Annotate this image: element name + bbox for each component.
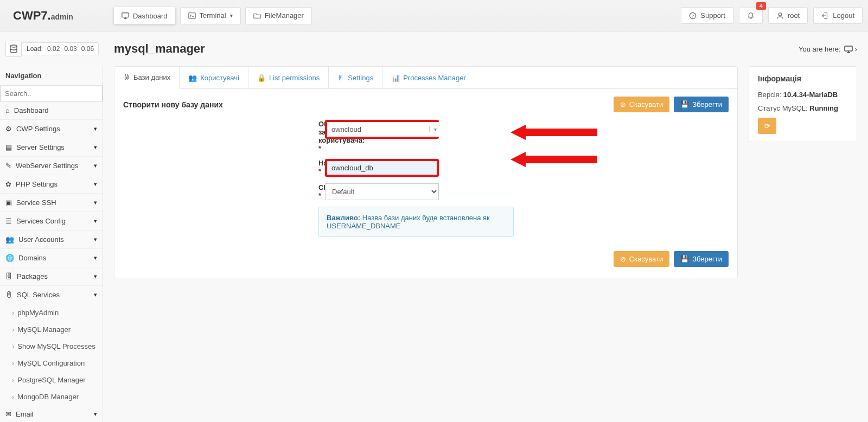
annotation-arrow — [510, 152, 597, 167]
chevron-right-icon: › — [855, 45, 857, 53]
info-status: Статус MySQL: Running — [758, 104, 848, 112]
info-version: Версія: 10.4.34-MariaDB — [758, 91, 848, 99]
nav-dashboard[interactable]: ⌂Dashboard — [0, 101, 103, 120]
form-header: Створити нову базу даних ⊘Скасувати 💾Збе… — [123, 97, 729, 112]
svg-point-4 — [778, 12, 781, 15]
nav-services-config[interactable]: ☰Services Config▾ — [0, 212, 103, 231]
nav-user-accounts[interactable]: 👥User Accounts▾ — [0, 231, 103, 249]
load-indicator: Load: 0.02 0.03 0.06 — [22, 42, 99, 55]
nav-label: PHP Settings — [16, 180, 58, 188]
account-value: owncloud — [331, 125, 361, 133]
required-icon: * — [318, 144, 321, 152]
users-icon: 👥 — [188, 74, 197, 82]
nav-label: SQL Services — [17, 291, 60, 299]
nav-webserver-settings[interactable]: ✎WebServer Settings▾ — [0, 157, 103, 175]
cogs-icon: ⚙ — [5, 125, 12, 133]
caret-down-icon: ▾ — [230, 12, 233, 18]
chevron-down-icon: ▾ — [94, 162, 97, 169]
chevron-down-icon: ▾ — [94, 218, 97, 225]
terminal-button[interactable]: Terminal ▾ — [180, 7, 241, 24]
nav-packages[interactable]: 🗄Packages▾ — [0, 267, 103, 286]
tab-list-permissions[interactable]: 🔒List permissions — [248, 67, 329, 88]
save-icon: 💾 — [680, 255, 689, 263]
required-icon: * — [318, 167, 321, 175]
users-icon: 👥 — [5, 235, 14, 244]
save-label: Зберегти — [692, 100, 722, 108]
nav-sub-postgresql-manager[interactable]: PostgreSQL Manager — [0, 372, 103, 388]
database-icon: 🛢 — [5, 291, 12, 299]
form-footer-buttons: ⊘Скасувати 💾Зберегти — [123, 237, 729, 267]
top-right-buttons: ? Support 4 root Logout — [681, 7, 863, 24]
tab-databases[interactable]: 🛢Бази даних — [114, 67, 180, 89]
dbname-input[interactable] — [327, 161, 437, 175]
version-label: Версія: — [758, 91, 783, 99]
notifications-button[interactable] — [739, 8, 763, 24]
question-icon: ? — [689, 12, 697, 20]
nav-sql-services[interactable]: 🛢SQL Services▾ — [0, 286, 103, 304]
nav-sub-mysql-manager[interactable]: MySQL Manager — [0, 321, 103, 338]
refresh-button[interactable]: ⟳ — [758, 118, 776, 134]
load-v1: 0.02 — [47, 45, 60, 53]
svg-text:?: ? — [692, 13, 694, 18]
svg-rect-1 — [188, 12, 195, 18]
nav-label: Domains — [18, 254, 46, 262]
chevron-down-icon: ▾ — [94, 181, 97, 188]
nav-label: Dashboard — [14, 106, 49, 114]
sliders-icon: 🎚 — [337, 74, 344, 82]
filemanager-label: FileManager — [265, 11, 304, 20]
nav-sub-mysql-configuration[interactable]: MySQL Configuration — [0, 355, 103, 372]
save-button-top[interactable]: 💾Зберегти — [674, 97, 729, 112]
bell-icon — [747, 12, 755, 20]
nav-service-ssh[interactable]: ▣Service SSH▾ — [0, 194, 103, 212]
filemanager-button[interactable]: FileManager — [245, 7, 312, 24]
svg-point-5 — [10, 45, 17, 47]
tab-processes-manager[interactable]: 📊Processes Manager — [382, 67, 475, 88]
nav-label: Services Config — [16, 217, 66, 225]
dashboard-button[interactable]: Dashboard — [113, 7, 176, 24]
monitor-icon — [844, 45, 852, 53]
nav-label: Packages — [17, 272, 48, 280]
charset-select[interactable]: Default — [325, 183, 439, 200]
nav-sub-label: PostgreSQL Manager — [17, 376, 85, 384]
sidebar: Navigation ⌂Dashboard ⚙CWP Settings▾ ▤Se… — [0, 66, 103, 422]
nav-php-settings[interactable]: ✿PHP Settings▾ — [0, 175, 103, 194]
nav-domains[interactable]: 🌐Domains▾ — [0, 249, 103, 267]
nav-cwp-settings[interactable]: ⚙CWP Settings▾ — [0, 120, 103, 138]
account-select[interactable]: owncloud ▾ — [325, 120, 439, 139]
nav-sub-mongodb-manager[interactable]: MongoDB Manager — [0, 388, 103, 405]
nav-search-input[interactable] — [0, 86, 103, 101]
nav-sub-show-mysql-processes[interactable]: Show MySQL Processes — [0, 338, 103, 355]
info-title: Інформація — [758, 74, 848, 83]
row-charset: Charset: * Default — [123, 183, 729, 200]
tab-users[interactable]: 👥Користувачі — [180, 67, 248, 88]
notifications-badge: 4 — [756, 2, 766, 10]
account-label: Обліковий запис користувача: * — [123, 120, 325, 152]
info-alert: Важливо: Назва бази даних буде встановле… — [318, 207, 514, 237]
logout-button[interactable]: Logout — [813, 7, 863, 24]
save-label: Зберегти — [692, 255, 722, 263]
monitor-icon — [122, 12, 129, 20]
tab-settings[interactable]: 🎚Settings — [329, 67, 382, 88]
breadcrumb-label: You are here: — [799, 45, 841, 53]
chevron-down-icon: ▾ — [94, 236, 97, 243]
tab-label: Settings — [348, 74, 373, 82]
cancel-button-top[interactable]: ⊘Скасувати — [614, 97, 670, 112]
content-area: 🛢Бази даних 👥Користувачі 🔒List permissio… — [103, 66, 868, 422]
form-header-buttons: ⊘Скасувати 💾Зберегти — [614, 97, 729, 112]
page-header: Load: 0.02 0.03 0.06 mysql_manager You a… — [0, 31, 868, 66]
name-label: Назва: * — [123, 159, 325, 175]
save-button-bottom[interactable]: 💾Зберегти — [674, 251, 729, 267]
nav-server-settings[interactable]: ▤Server Settings▾ — [0, 138, 103, 157]
nav-sub-phpmyadmin[interactable]: phpMyAdmin — [0, 304, 103, 321]
cancel-button-bottom[interactable]: ⊘Скасувати — [614, 251, 670, 267]
info-card: Інформація Версія: 10.4.34-MariaDB Стату… — [749, 66, 857, 142]
cancel-label: Скасувати — [629, 100, 663, 108]
user-button[interactable]: root — [768, 7, 808, 24]
list-icon: ☰ — [5, 217, 12, 225]
refresh-icon: ⟳ — [764, 122, 770, 130]
terminal-icon: ▣ — [5, 199, 12, 207]
nav-email[interactable]: ✉Email▾ — [0, 405, 103, 422]
support-button[interactable]: ? Support — [681, 7, 733, 24]
ban-icon: ⊘ — [620, 100, 626, 108]
terminal-icon — [188, 12, 196, 20]
